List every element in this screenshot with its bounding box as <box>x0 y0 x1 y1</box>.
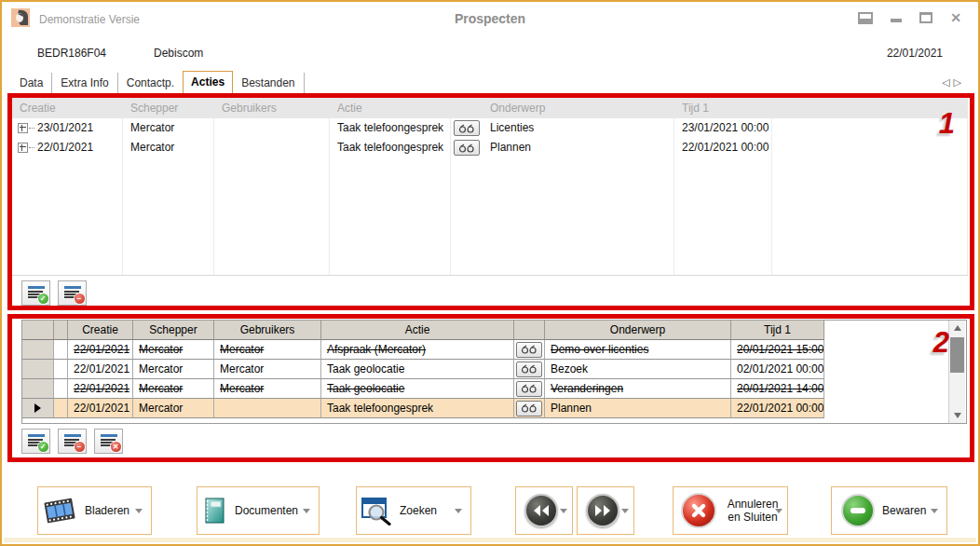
cell-creatie: 22/01/2021 <box>68 379 133 399</box>
cell-onderwerp: Bezoek <box>545 360 731 379</box>
next-record-button[interactable] <box>577 486 634 535</box>
dropdown-arrow-icon[interactable] <box>303 509 310 513</box>
zoeken-button[interactable]: Zoeken <box>356 486 471 535</box>
expand-icon[interactable] <box>18 143 28 153</box>
cell-spacer <box>54 399 68 418</box>
view-details-button[interactable] <box>516 381 542 397</box>
grid2-add-button[interactable]: ✓ <box>21 429 50 454</box>
tab-scroll-left-icon[interactable]: ◁ <box>942 76 953 88</box>
grid2-header-creatie[interactable]: Creatie <box>68 321 133 340</box>
cell-onderwerp: Plannen <box>545 399 731 418</box>
tab-extra-info[interactable]: Extra Info <box>52 73 117 94</box>
maximize-icon[interactable] <box>919 12 932 23</box>
notebook-icon <box>201 496 227 526</box>
documenten-button[interactable]: Documenten <box>197 486 320 535</box>
tab-scroll-arrows[interactable]: ◁▷ <box>942 76 965 89</box>
tab-data[interactable]: Data <box>11 73 52 94</box>
table-row-selected[interactable]: 22/01/2021 Mercator Taak telefoongesprek… <box>22 399 824 418</box>
grid2-header-row: Creatie Schepper Gebruikers Actie Onderw… <box>22 321 824 340</box>
scrollbar-thumb[interactable] <box>950 337 964 373</box>
grid1-header-actie[interactable]: Actie <box>330 98 451 118</box>
minimize-icon[interactable] <box>891 19 902 22</box>
tab-acties[interactable]: Acties <box>183 71 233 94</box>
grid1-header-onderwerp[interactable]: Onderwerp <box>483 98 674 118</box>
table-row[interactable]: 22/01/2021 Mercator Mercator Taak geoloc… <box>22 379 824 399</box>
tree-line <box>29 128 34 129</box>
dropdown-arrow-icon[interactable] <box>135 509 143 513</box>
dropdown-arrow-icon[interactable] <box>455 509 462 513</box>
film-icon <box>42 495 77 526</box>
annuleren-en-sluiten-button[interactable]: Annuleren en Sluiten <box>673 486 788 535</box>
empty-cell <box>12 157 123 275</box>
empty-cell <box>772 157 968 275</box>
tab-bestanden[interactable]: Bestanden <box>233 73 304 94</box>
annotation-box-2: Creatie Schepper Gebruikers Actie Onderw… <box>7 314 974 462</box>
record-name: Debiscom <box>154 47 203 60</box>
grid2-header-onderwerp[interactable]: Onderwerp <box>545 321 731 340</box>
grid1-add-button[interactable]: ✓ <box>21 280 50 306</box>
cell-actie: Taak telefoongesprek <box>321 399 514 418</box>
cell-empty <box>772 138 968 157</box>
table-row[interactable]: 22/01/2021 Mercator Taak telefoongesprek… <box>12 138 968 157</box>
row-indicator[interactable] <box>22 379 54 399</box>
cell-spacer <box>54 360 68 379</box>
previous-record-button[interactable] <box>515 486 573 535</box>
binoculars-icon <box>458 143 475 153</box>
view-details-button[interactable] <box>516 362 542 377</box>
cell-creatie: 22/01/2021 <box>68 399 133 418</box>
grid1-remove-button[interactable]: − <box>58 280 87 306</box>
grid2-header-gebruikers[interactable]: Gebruikers <box>214 321 321 340</box>
cell-spacer <box>54 379 68 399</box>
grid2-header-tijd1[interactable]: Tijd 1 <box>731 321 824 340</box>
current-row-indicator[interactable] <box>22 399 54 418</box>
expand-icon[interactable] <box>18 123 28 133</box>
view-details-button[interactable] <box>516 401 542 416</box>
grid2-select-all-cell[interactable] <box>22 321 54 340</box>
tab-scroll-right-icon[interactable]: ▷ <box>954 76 965 88</box>
dropdown-arrow-icon[interactable] <box>931 509 938 513</box>
empty-cell <box>123 157 214 275</box>
rollup-icon[interactable] <box>858 12 873 24</box>
binoculars-icon <box>521 364 538 374</box>
cell-spacer <box>54 340 68 360</box>
scroll-up-button[interactable] <box>949 321 965 335</box>
tab-contactp[interactable]: Contactp. <box>118 73 184 94</box>
row-indicator[interactable] <box>22 340 54 360</box>
table-row[interactable]: 22/01/2021 Mercator Mercator Taak geoloc… <box>22 360 824 379</box>
scroll-down-button[interactable] <box>949 408 965 423</box>
list-add-icon: ✓ <box>28 434 45 448</box>
grid2-header-actie[interactable]: Actie <box>321 321 514 340</box>
window-bottom-highlight <box>4 538 976 542</box>
dropdown-arrow-icon[interactable] <box>621 509 629 513</box>
cell-creatie: 22/01/2021 <box>37 138 93 157</box>
cell-schepper: Mercator <box>133 340 214 360</box>
grid1-header-gebruikers[interactable]: Gebruikers <box>214 98 330 118</box>
view-details-button[interactable] <box>454 120 480 136</box>
annotation-number-1: 1 <box>939 107 955 141</box>
binoculars-icon <box>521 403 538 413</box>
bewaren-button[interactable]: Bewaren <box>831 486 947 535</box>
table-row[interactable]: 23/01/2021 Mercator Taak telefoongesprek… <box>12 118 968 138</box>
list-remove-icon: − <box>64 434 81 448</box>
view-details-button[interactable] <box>516 342 542 358</box>
grid2-header-schepper[interactable]: Schepper <box>133 321 214 340</box>
view-details-button[interactable] <box>454 140 480 156</box>
binoculars-icon <box>521 384 538 393</box>
actions-tree-grid: Creatie Schepper Gebruikers Actie Onderw… <box>12 98 968 276</box>
grid2-delete-button[interactable]: ✕ <box>94 429 123 454</box>
close-icon[interactable]: ✕ <box>950 11 961 24</box>
grid2-remove-button[interactable]: − <box>58 429 87 454</box>
grid1-header-spacer <box>451 98 483 118</box>
dropdown-arrow-icon[interactable] <box>560 509 567 513</box>
dropdown-arrow-icon[interactable] <box>775 509 783 513</box>
bladeren-button[interactable]: Bladeren <box>37 486 152 535</box>
grid1-header-creatie[interactable]: Creatie <box>12 98 123 118</box>
table-row[interactable]: 22/01/2021 Mercator Mercator Afspraak (M… <box>22 340 824 360</box>
row-indicator[interactable] <box>22 360 54 379</box>
bladeren-label: Bladeren <box>85 504 129 517</box>
vertical-scrollbar[interactable] <box>948 321 965 423</box>
empty-cell <box>451 157 483 275</box>
grid1-header-schepper[interactable]: Schepper <box>123 98 214 118</box>
record-date: 22/01/2021 <box>887 47 943 60</box>
grid1-header-tijd1[interactable]: Tijd 1 <box>674 98 772 118</box>
